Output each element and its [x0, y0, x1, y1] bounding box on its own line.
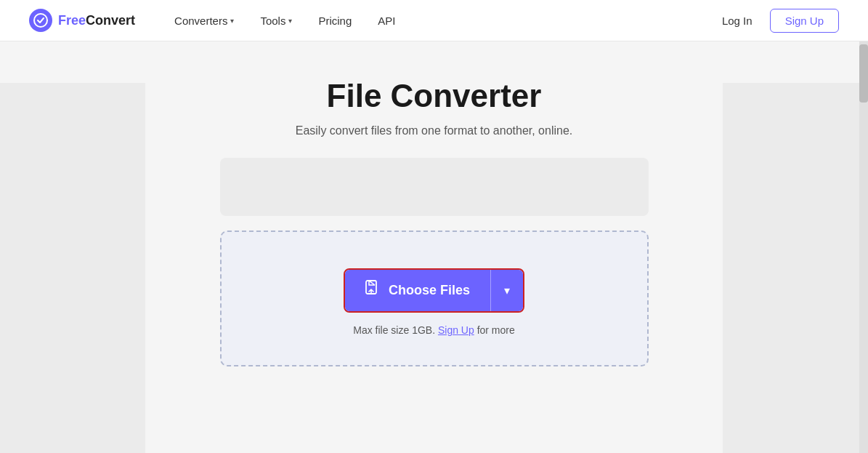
converters-chevron-icon: ▾	[230, 17, 234, 25]
page-title: File Converter	[327, 78, 542, 114]
navbar-actions: Log In Sign Up	[713, 9, 839, 33]
brand-logo-link[interactable]: FreeConvert	[29, 9, 135, 32]
file-upload-icon	[365, 280, 381, 301]
nav-item-tools[interactable]: Tools ▾	[250, 9, 302, 33]
navbar: FreeConvert Converters ▾ Tools ▾ Pricing…	[0, 0, 868, 41]
dropdown-chevron-icon: ▾	[504, 284, 510, 297]
signup-button[interactable]: Sign Up	[770, 9, 839, 33]
brand-name: FreeConvert	[58, 13, 135, 28]
left-side-panel	[0, 83, 145, 453]
nav-item-converters[interactable]: Converters ▾	[164, 9, 244, 33]
tab-area	[220, 158, 649, 216]
dropzone[interactable]: Choose Files ▾ Max file size 1GB. Sign U…	[220, 230, 649, 366]
main-nav: Converters ▾ Tools ▾ Pricing API	[164, 9, 713, 33]
choose-files-label: Choose Files	[389, 283, 470, 298]
choose-files-group: Choose Files ▾	[344, 268, 524, 313]
scrollbar[interactable]	[859, 41, 868, 453]
choose-files-button[interactable]: Choose Files	[345, 270, 490, 311]
center-area: File Converter Easily convert files from…	[145, 41, 723, 396]
file-size-note: Max file size 1GB. Sign Up for more	[353, 324, 515, 336]
choose-files-dropdown-button[interactable]: ▾	[490, 270, 523, 311]
page-subtitle: Easily convert files from one format to …	[296, 124, 573, 137]
scrollbar-thumb[interactable]	[859, 44, 868, 103]
svg-point-0	[34, 14, 47, 27]
brand-logo-icon	[29, 9, 52, 32]
nav-item-pricing[interactable]: Pricing	[308, 9, 362, 33]
tools-chevron-icon: ▾	[288, 17, 292, 25]
nav-item-api[interactable]: API	[368, 9, 405, 33]
sign-up-link[interactable]: Sign Up	[438, 324, 474, 336]
page-body: File Converter Easily convert files from…	[0, 41, 868, 453]
login-button[interactable]: Log In	[713, 9, 761, 33]
right-side-panel	[723, 83, 868, 453]
